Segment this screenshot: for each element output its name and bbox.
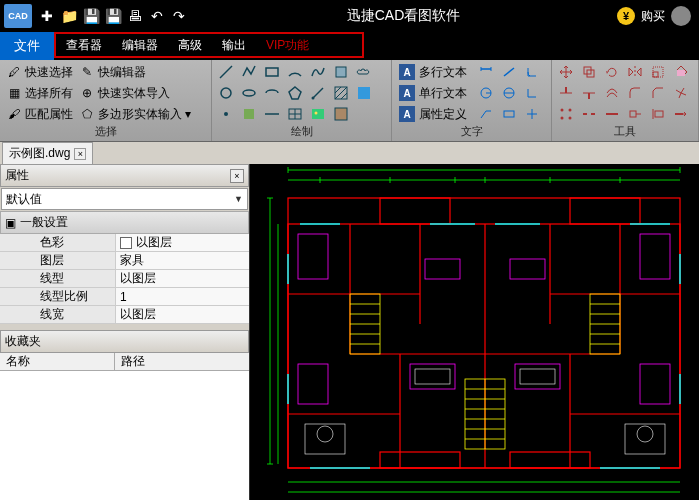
hatch-icon[interactable] bbox=[331, 83, 351, 103]
spline-icon[interactable] bbox=[308, 62, 328, 82]
chamfer-icon[interactable] bbox=[648, 83, 668, 103]
move-icon[interactable] bbox=[556, 62, 576, 82]
panel-tools-label: 工具 bbox=[556, 124, 694, 139]
coin-icon[interactable]: ¥ bbox=[617, 7, 635, 25]
match-props[interactable]: 🖌匹配属性 bbox=[4, 104, 75, 124]
quick-edit[interactable]: ✎快编辑器 bbox=[77, 62, 193, 82]
array-icon[interactable] bbox=[556, 104, 576, 124]
stretch-icon[interactable] bbox=[625, 104, 645, 124]
close-tab-icon[interactable]: × bbox=[74, 148, 86, 160]
menu-viewer[interactable]: 查看器 bbox=[56, 34, 112, 56]
prop-lscale[interactable]: 1 bbox=[115, 288, 249, 305]
mirror-icon[interactable] bbox=[625, 62, 645, 82]
buy-label[interactable]: 购买 bbox=[641, 8, 665, 25]
poly-entity-input[interactable]: ⬠多边形实体输入▾ bbox=[77, 104, 193, 124]
menu-editor[interactable]: 编辑器 bbox=[112, 34, 168, 56]
extend-icon[interactable] bbox=[579, 83, 599, 103]
close-props-icon[interactable]: × bbox=[230, 169, 244, 183]
fillet-icon[interactable] bbox=[625, 83, 645, 103]
circle-icon[interactable] bbox=[216, 83, 236, 103]
ellipse-arc-icon[interactable] bbox=[262, 83, 282, 103]
new-icon[interactable]: ✚ bbox=[36, 5, 58, 27]
prop-layer[interactable]: 家具 bbox=[115, 252, 249, 269]
mtext-button[interactable]: A多行文本 bbox=[396, 62, 470, 82]
user-avatar[interactable] bbox=[671, 6, 691, 26]
doc-tab[interactable]: 示例图.dwg × bbox=[2, 142, 93, 164]
gradient-icon[interactable] bbox=[354, 83, 374, 103]
polygon-icon[interactable] bbox=[285, 83, 305, 103]
prop-ltype[interactable]: 以图层 bbox=[115, 270, 249, 287]
svg-rect-141 bbox=[305, 424, 345, 454]
ellipse-icon[interactable] bbox=[239, 83, 259, 103]
svg-rect-21 bbox=[335, 108, 347, 120]
svg-rect-78 bbox=[288, 198, 680, 468]
join-icon[interactable] bbox=[602, 104, 622, 124]
svg-rect-134 bbox=[515, 364, 560, 389]
dim-aligned-icon[interactable] bbox=[499, 62, 519, 82]
dim-diameter-icon[interactable] bbox=[499, 83, 519, 103]
copy-icon[interactable] bbox=[579, 62, 599, 82]
prop-color[interactable]: 以图层 bbox=[115, 234, 249, 251]
select-all[interactable]: ▦选择所有 bbox=[4, 83, 75, 103]
point-icon[interactable] bbox=[216, 104, 236, 124]
offset-icon[interactable] bbox=[602, 83, 622, 103]
tolerance-icon[interactable] bbox=[499, 104, 519, 124]
svg-rect-137 bbox=[415, 369, 450, 384]
xline-icon[interactable] bbox=[262, 104, 282, 124]
attdef-button[interactable]: A属性定义 bbox=[396, 104, 470, 124]
dim-linear-icon[interactable] bbox=[476, 62, 496, 82]
erase-icon[interactable] bbox=[671, 62, 691, 82]
open-icon[interactable]: 📁 bbox=[58, 5, 80, 27]
drawing-canvas[interactable] bbox=[250, 164, 699, 500]
save-icon[interactable]: 💾 bbox=[80, 5, 102, 27]
entity-import[interactable]: ⊕快速实体导入 bbox=[77, 83, 193, 103]
line-icon[interactable] bbox=[216, 62, 236, 82]
scale-icon[interactable] bbox=[648, 62, 668, 82]
ray-icon[interactable] bbox=[308, 83, 328, 103]
cloud-icon[interactable] bbox=[354, 62, 374, 82]
saveas-icon[interactable]: 💾 bbox=[102, 5, 124, 27]
leader-icon[interactable] bbox=[476, 104, 496, 124]
break-icon[interactable] bbox=[579, 104, 599, 124]
svg-line-6 bbox=[313, 88, 323, 98]
svg-rect-19 bbox=[312, 109, 324, 119]
explode-icon[interactable] bbox=[671, 83, 691, 103]
trim-icon[interactable] bbox=[556, 83, 576, 103]
svg-rect-136 bbox=[510, 259, 545, 279]
stext-button[interactable]: A单行文本 bbox=[396, 83, 470, 103]
region-icon[interactable] bbox=[331, 62, 351, 82]
document-tabs: 示例图.dwg × bbox=[0, 142, 699, 164]
svg-rect-142 bbox=[625, 424, 665, 454]
dim-angular-icon[interactable] bbox=[522, 62, 542, 82]
menu-vip[interactable]: VIP功能 bbox=[256, 34, 319, 56]
table-icon[interactable] bbox=[285, 104, 305, 124]
image-icon[interactable] bbox=[308, 104, 328, 124]
arc-icon[interactable] bbox=[285, 62, 305, 82]
menu-advanced[interactable]: 高级 bbox=[168, 34, 212, 56]
props-general-header[interactable]: ▣一般设置 bbox=[0, 211, 249, 234]
svg-rect-131 bbox=[640, 234, 670, 279]
prop-lweight[interactable]: 以图层 bbox=[115, 306, 249, 323]
dim-radius-icon[interactable] bbox=[476, 83, 496, 103]
svg-marker-5 bbox=[289, 87, 301, 99]
polyline-icon[interactable] bbox=[239, 62, 259, 82]
wipeout-icon[interactable] bbox=[331, 104, 351, 124]
menu-file[interactable]: 文件 bbox=[0, 32, 54, 60]
block-icon[interactable] bbox=[239, 104, 259, 124]
rotate-icon[interactable] bbox=[602, 62, 622, 82]
svg-rect-34 bbox=[504, 111, 514, 117]
centermark-icon[interactable] bbox=[522, 104, 542, 124]
lengthen-icon[interactable] bbox=[671, 104, 691, 124]
menu-output[interactable]: 输出 bbox=[212, 34, 256, 56]
favorites-title: 收藏夹 bbox=[0, 330, 249, 353]
rect-icon[interactable] bbox=[262, 62, 282, 82]
print-icon[interactable]: 🖶 bbox=[124, 5, 146, 27]
undo-icon[interactable]: ↶ bbox=[146, 5, 168, 27]
align-icon[interactable] bbox=[648, 104, 668, 124]
props-default-combo[interactable]: 默认值 bbox=[1, 188, 248, 210]
svg-rect-138 bbox=[520, 369, 555, 384]
quick-select[interactable]: 🖊快速选择 bbox=[4, 62, 75, 82]
redo-icon[interactable]: ↷ bbox=[168, 5, 190, 27]
side-panel: 属性 × 默认值 ▣一般设置 色彩以图层 图层家具 线型以图层 线型比例1 线宽… bbox=[0, 164, 250, 500]
dim-ord-icon[interactable] bbox=[522, 83, 542, 103]
